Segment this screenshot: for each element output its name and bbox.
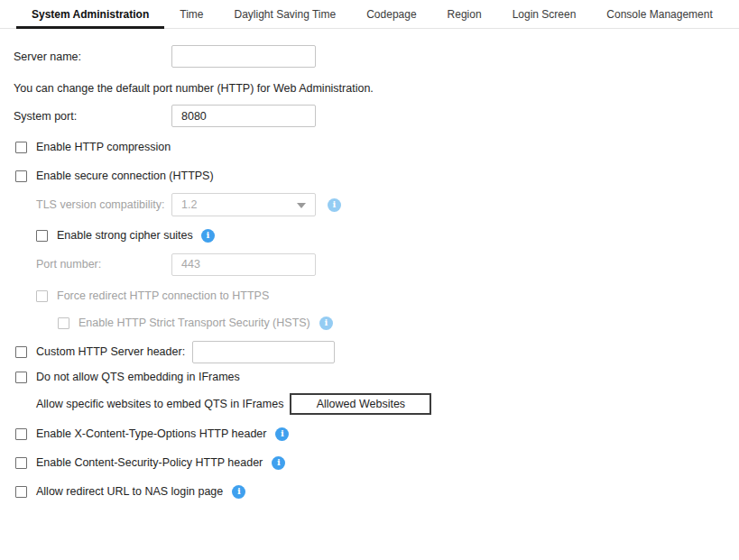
row-custom-header: Custom HTTP Server header: bbox=[15, 340, 335, 363]
strong-cipher-checkbox[interactable] bbox=[36, 230, 48, 242]
tab-daylight-saving-time[interactable]: Daylight Saving Time bbox=[218, 0, 351, 28]
redirect-url-checkbox[interactable] bbox=[15, 486, 27, 498]
tls-info-icon: i bbox=[328, 198, 341, 212]
tls-version-value: 1.2 bbox=[181, 198, 197, 211]
csp-info-icon[interactable]: i bbox=[272, 456, 285, 470]
row-https: Enable secure connection (HTTPS) bbox=[15, 164, 214, 188]
row-hsts: Enable HTTP Strict Transport Security (H… bbox=[58, 311, 333, 335]
no-iframe-checkbox[interactable] bbox=[15, 372, 27, 383]
custom-header-input[interactable] bbox=[192, 341, 335, 363]
tls-version-label: TLS version compatibility: bbox=[36, 198, 171, 211]
row-strong-cipher: Enable strong cipher suites i bbox=[36, 224, 215, 247]
row-allowed-websites: Allow specific websites to embed QTS in … bbox=[36, 392, 431, 416]
force-redirect-label: Force redirect HTTP connection to HTTPS bbox=[57, 289, 269, 302]
server-name-input[interactable] bbox=[171, 45, 316, 68]
hsts-info-icon: i bbox=[319, 317, 333, 330]
row-redirect-url: Allow redirect URL to NAS login page i bbox=[15, 480, 245, 503]
system-administration-page: System Administration Time Daylight Savi… bbox=[0, 0, 739, 560]
csp-checkbox[interactable] bbox=[15, 457, 27, 469]
tab-system-administration[interactable]: System Administration bbox=[16, 0, 164, 28]
force-redirect-checkbox bbox=[36, 290, 48, 302]
row-no-iframe: Do not allow QTS embedding in IFrames bbox=[15, 365, 240, 389]
chevron-down-icon bbox=[297, 203, 306, 208]
hsts-checkbox bbox=[58, 317, 69, 329]
row-http-compression: Enable HTTP compression bbox=[15, 135, 171, 159]
system-port-label: System port: bbox=[14, 110, 77, 123]
no-iframe-label[interactable]: Do not allow QTS embedding in IFrames bbox=[36, 371, 240, 383]
https-port-label: Port number: bbox=[36, 258, 171, 271]
strong-cipher-label[interactable]: Enable strong cipher suites bbox=[57, 229, 193, 242]
x-content-type-checkbox[interactable] bbox=[15, 428, 27, 440]
row-x-content-type: Enable X-Content-Type-Options HTTP heade… bbox=[15, 422, 289, 445]
redirect-url-info-icon[interactable]: i bbox=[232, 485, 245, 499]
custom-header-label[interactable]: Custom HTTP Server header: bbox=[36, 345, 185, 358]
x-content-type-info-icon[interactable]: i bbox=[275, 427, 289, 441]
redirect-url-label[interactable]: Allow redirect URL to NAS login page bbox=[36, 485, 223, 498]
tls-version-dropdown: 1.2 bbox=[171, 193, 316, 216]
row-force-redirect: Force redirect HTTP connection to HTTPS bbox=[36, 284, 269, 308]
system-port-input[interactable] bbox=[171, 105, 316, 127]
https-checkbox[interactable] bbox=[15, 170, 27, 182]
server-name-label: Server name: bbox=[14, 50, 81, 63]
tab-region[interactable]: Region bbox=[432, 0, 497, 28]
https-port-input bbox=[171, 253, 316, 276]
https-label[interactable]: Enable secure connection (HTTPS) bbox=[36, 170, 214, 182]
allowed-websites-note: Allow specific websites to embed QTS in … bbox=[36, 398, 283, 410]
row-https-port: Port number: bbox=[36, 252, 316, 276]
tab-login-screen[interactable]: Login Screen bbox=[497, 0, 592, 28]
http-compression-label[interactable]: Enable HTTP compression bbox=[36, 141, 171, 153]
custom-header-checkbox[interactable] bbox=[15, 346, 27, 358]
tab-console-management[interactable]: Console Management bbox=[591, 0, 727, 28]
strong-cipher-info-icon[interactable]: i bbox=[201, 229, 215, 243]
tab-bar: System Administration Time Daylight Savi… bbox=[0, 0, 739, 29]
tab-time[interactable]: Time bbox=[164, 0, 218, 28]
row-csp: Enable Content-Security-Policy HTTP head… bbox=[15, 451, 285, 474]
tab-codepage[interactable]: Codepage bbox=[351, 0, 431, 28]
x-content-type-label[interactable]: Enable X-Content-Type-Options HTTP heade… bbox=[36, 427, 266, 440]
row-tls-version: TLS version compatibility: 1.2 i bbox=[36, 193, 341, 216]
http-compression-checkbox[interactable] bbox=[15, 142, 27, 153]
csp-label[interactable]: Enable Content-Security-Policy HTTP head… bbox=[36, 456, 263, 469]
allowed-websites-button[interactable]: Allowed Websites bbox=[290, 393, 431, 415]
hsts-label: Enable HTTP Strict Transport Security (H… bbox=[79, 317, 310, 329]
http-port-note: You can change the default port number (… bbox=[14, 82, 374, 95]
